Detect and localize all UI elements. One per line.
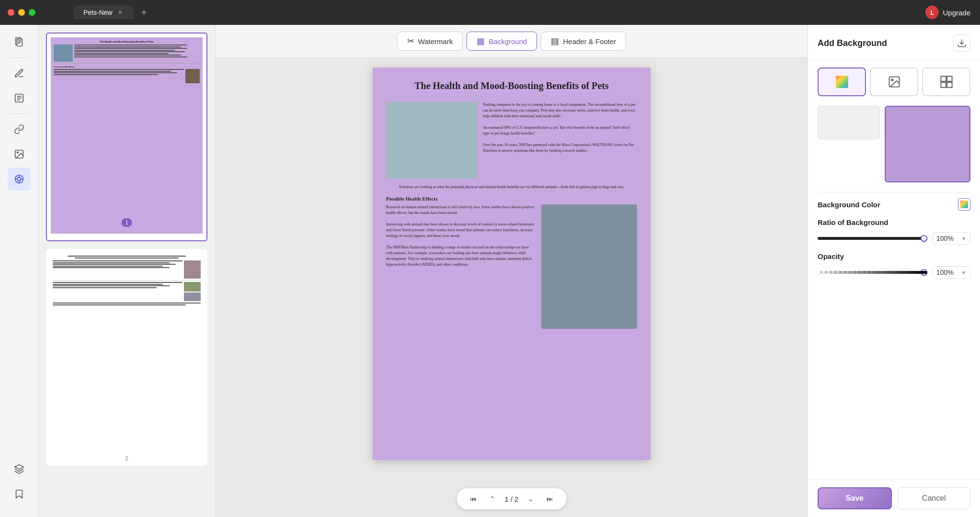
sidebar-divider-2 <box>10 113 29 114</box>
ratio-value-select[interactable]: 100% ▼ <box>932 232 970 245</box>
sidebar-icon-image[interactable] <box>8 143 31 166</box>
right-panel-footer: Save Cancel <box>808 479 980 517</box>
document-page: The Health and Mood-Boosting Benefits of… <box>373 67 650 460</box>
prev-page-button[interactable]: ⌃ <box>486 492 499 506</box>
save-button[interactable]: Save <box>818 487 892 509</box>
tab-pets-new[interactable]: Pets-New ✕ <box>74 6 134 19</box>
doc-top-section: Nothing compares to the joy of coming ho… <box>386 102 637 179</box>
right-panel-header: Add Background <box>808 25 980 60</box>
tab-watermark[interactable]: ✂ Watermark <box>397 32 463 51</box>
page-separator: / <box>511 495 513 503</box>
svg-rect-19 <box>947 76 952 81</box>
sidebar-icon-link[interactable] <box>8 118 31 141</box>
svg-rect-21 <box>947 82 952 88</box>
background-color-label: Background Color <box>818 201 880 209</box>
svg-rect-22 <box>960 201 968 208</box>
doc-dogs-image <box>541 204 637 329</box>
sidebar <box>0 25 38 517</box>
svg-rect-15 <box>836 76 848 88</box>
header-footer-icon: ▤ <box>551 36 559 46</box>
page-badge-1: 1 <box>121 218 132 227</box>
page-number-2: 2 <box>50 455 204 462</box>
pagination: ⏮ ⌃ 1 / 2 ⌄ ⏭ <box>457 488 567 509</box>
upgrade-label: Upgrade <box>943 9 970 17</box>
new-tab-button[interactable]: + <box>137 6 151 19</box>
ratio-slider-track[interactable] <box>818 237 927 240</box>
current-page: 1 <box>505 495 509 503</box>
sidebar-icon-text[interactable] <box>8 87 31 110</box>
minimize-button[interactable] <box>18 9 25 16</box>
sidebar-icon-layers[interactable] <box>8 458 31 481</box>
sidebar-icon-background[interactable] <box>8 168 31 191</box>
color-preview-selected[interactable] <box>885 106 970 182</box>
bg-type-image[interactable] <box>870 67 918 96</box>
svg-point-10 <box>17 152 18 153</box>
background-icon: ▦ <box>477 36 485 46</box>
sidebar-icon-bookmark[interactable] <box>8 483 31 506</box>
tab-header-footer[interactable]: ▤ Header & Footer <box>541 32 626 51</box>
color-preview-area <box>818 106 970 182</box>
page-info: 1 / 2 <box>505 495 519 503</box>
traffic-lights <box>8 9 35 16</box>
opacity-slider-thumb[interactable] <box>921 269 927 276</box>
next-page-button[interactable]: ⌄ <box>524 492 537 506</box>
opacity-value-select[interactable]: 100% ▼ <box>932 266 970 279</box>
top-toolbar: ✂ Watermark ▦ Background ▤ Header & Foot… <box>216 25 808 58</box>
bg-type-gradient[interactable] <box>818 67 866 96</box>
sidebar-icon-pages[interactable] <box>8 31 31 54</box>
upgrade-button[interactable]: L Upgrade <box>925 6 970 19</box>
ratio-slider-thumb[interactable] <box>921 235 927 242</box>
doc-cat-image <box>386 102 477 179</box>
doc-top-text: Nothing compares to the joy of coming ho… <box>483 102 637 179</box>
close-button[interactable] <box>8 9 14 16</box>
opacity-value: 100% <box>936 269 954 276</box>
bg-type-tabs <box>818 67 970 96</box>
svg-point-17 <box>891 79 893 81</box>
watermark-icon: ✂ <box>407 36 414 46</box>
opacity-slider-row: 100% ▼ <box>818 266 970 279</box>
tab-header-footer-label: Header & Footer <box>563 37 616 45</box>
cancel-button[interactable]: Cancel <box>898 487 971 509</box>
page-preview-1: The Health and Mood-Boosting Benefits of… <box>51 37 203 234</box>
document-title: The Health and Mood-Boosting Benefits of… <box>386 79 637 92</box>
tabs-bar: Pets-New ✕ + <box>74 6 151 19</box>
tab-close-icon[interactable]: ✕ <box>116 9 124 16</box>
page-thumb-2[interactable]: 2 <box>46 249 207 465</box>
tab-background-label: Background <box>489 37 527 45</box>
app-body: The Health and Mood-Boosting Benefits of… <box>0 25 980 517</box>
tab-title: Pets-New <box>83 9 113 16</box>
first-page-button[interactable]: ⏮ <box>467 492 480 506</box>
ratio-value: 100% <box>936 235 954 242</box>
opacity-slider-track[interactable] <box>818 271 927 274</box>
tab-background[interactable]: ▦ Background <box>467 32 537 51</box>
pages-panel: The Health and Mood-Boosting Benefits of… <box>38 25 216 517</box>
ratio-dropdown-arrow: ▼ <box>961 236 966 241</box>
opacity-label: Opacity <box>818 252 844 260</box>
svg-rect-18 <box>941 76 946 81</box>
svg-point-12 <box>17 177 21 180</box>
titlebar: Pets-New ✕ + L Upgrade <box>0 0 980 25</box>
maximize-button[interactable] <box>29 9 35 16</box>
canvas-area: ✂ Watermark ▦ Background ▤ Header & Foot… <box>216 25 808 517</box>
right-panel: Add Background <box>808 25 980 517</box>
doc-section-title: Possible Health Effects <box>386 196 637 202</box>
page-thumb-1[interactable]: The Health and Mood-Boosting Benefits of… <box>46 33 207 241</box>
avatar: L <box>925 6 939 19</box>
sidebar-bottom <box>8 458 31 511</box>
doc-intro-text: Scientists are looking at what the poten… <box>386 184 637 190</box>
last-page-button[interactable]: ⏭ <box>543 492 557 506</box>
sidebar-divider-1 <box>10 57 29 58</box>
sidebar-icon-edit[interactable] <box>8 62 31 85</box>
color-picker-button[interactable] <box>958 198 970 211</box>
export-button[interactable] <box>953 34 970 52</box>
total-pages: 2 <box>514 495 518 503</box>
svg-marker-13 <box>14 465 23 469</box>
right-panel-title: Add Background <box>818 38 887 48</box>
bg-type-pattern[interactable] <box>922 67 970 96</box>
background-color-section: Background Color <box>818 198 970 211</box>
doc-main-section: Possible Health Effects Research on huma… <box>386 196 637 329</box>
tab-watermark-label: Watermark <box>418 37 453 45</box>
svg-rect-1 <box>17 39 22 46</box>
opacity-dropdown-arrow: ▼ <box>961 270 966 275</box>
color-preview-empty <box>818 106 880 139</box>
